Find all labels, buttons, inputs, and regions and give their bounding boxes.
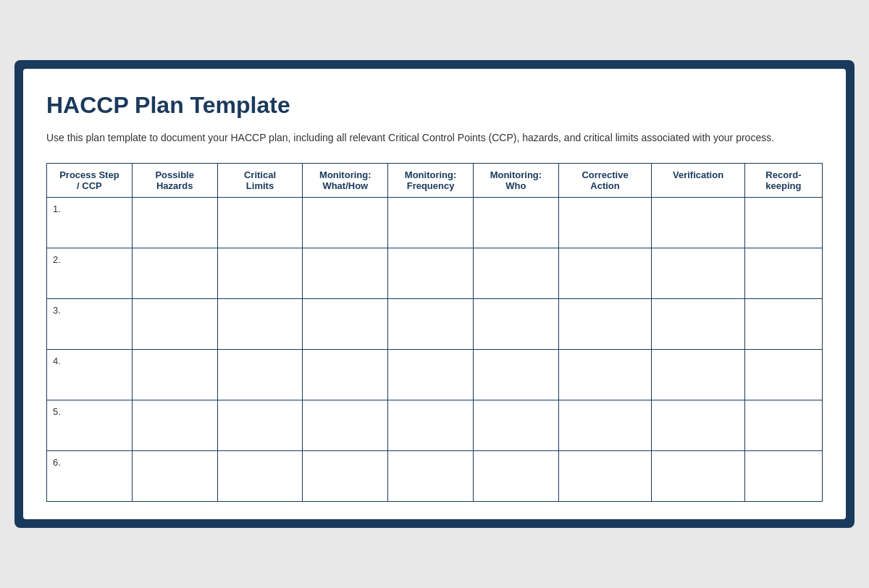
outer-container: HACCP Plan Template Use this plan templa… [14, 60, 855, 528]
table-cell-row4-col7[interactable] [558, 350, 652, 400]
table-cell-row6-col9[interactable] [744, 451, 822, 502]
table-cell-row4-col6[interactable] [473, 350, 558, 400]
table-cell-row3-col1[interactable]: 3. [47, 299, 133, 350]
table-cell-row6-col2[interactable] [132, 451, 217, 502]
table-cell-row1-col1[interactable]: 1. [47, 198, 133, 248]
table-cell-row2-col6[interactable] [473, 248, 558, 299]
col-header-hazards: Possible Hazards [132, 164, 217, 198]
col-header-record: Record- keeping [744, 164, 822, 198]
table-cell-row4-col4[interactable] [303, 350, 388, 400]
col-header-corrective: Corrective Action [558, 164, 652, 198]
inner-container: HACCP Plan Template Use this plan templa… [23, 69, 846, 519]
col-header-verification: Verification [652, 164, 745, 198]
table-cell-row6-col3[interactable] [217, 451, 303, 502]
haccp-table: Process Step / CCP Possible Hazards Crit… [46, 163, 823, 502]
table-cell-row4-col9[interactable] [744, 350, 822, 400]
table-cell-row2-col2[interactable] [132, 248, 217, 299]
table-row: 2. [47, 248, 823, 299]
col-header-what: Monitoring: What/How [303, 164, 388, 198]
table-cell-row6-col6[interactable] [473, 451, 558, 502]
page-title: HACCP Plan Template [46, 92, 823, 119]
table-cell-row1-col2[interactable] [132, 198, 217, 248]
table-cell-row6-col7[interactable] [558, 451, 652, 502]
table-cell-row3-col2[interactable] [132, 299, 217, 350]
table-row: 1. [47, 198, 823, 248]
table-cell-row5-col1[interactable]: 5. [47, 400, 133, 451]
table-cell-row1-col7[interactable] [558, 198, 652, 248]
table-cell-row2-col8[interactable] [652, 248, 745, 299]
table-cell-row4-col3[interactable] [217, 350, 303, 400]
table-cell-row6-col5[interactable] [388, 451, 474, 502]
col-header-who: Monitoring: Who [473, 164, 558, 198]
table-cell-row6-col4[interactable] [303, 451, 388, 502]
table-header-row: Process Step / CCP Possible Hazards Crit… [47, 164, 823, 198]
table-cell-row3-col6[interactable] [473, 299, 558, 350]
table-cell-row2-col5[interactable] [388, 248, 474, 299]
table-cell-row6-col8[interactable] [652, 451, 745, 502]
table-cell-row3-col3[interactable] [217, 299, 303, 350]
table-cell-row4-col5[interactable] [388, 350, 474, 400]
table-row: 4. [47, 350, 823, 400]
table-row: 6. [47, 451, 823, 502]
table-cell-row2-col1[interactable]: 2. [47, 248, 133, 299]
table-cell-row3-col4[interactable] [303, 299, 388, 350]
table-cell-row5-col2[interactable] [132, 400, 217, 451]
table-cell-row5-col5[interactable] [388, 400, 474, 451]
table-cell-row5-col3[interactable] [217, 400, 303, 451]
table-cell-row3-col7[interactable] [558, 299, 652, 350]
col-header-limits: Critical Limits [217, 164, 303, 198]
table-cell-row3-col5[interactable] [388, 299, 474, 350]
table-cell-row5-col6[interactable] [473, 400, 558, 451]
col-header-frequency: Monitoring: Frequency [388, 164, 474, 198]
table-cell-row2-col3[interactable] [217, 248, 303, 299]
table-cell-row5-col7[interactable] [558, 400, 652, 451]
col-header-process: Process Step / CCP [47, 164, 133, 198]
table-cell-row1-col5[interactable] [388, 198, 474, 248]
table-cell-row3-col8[interactable] [652, 299, 745, 350]
table-row: 5. [47, 400, 823, 451]
table-cell-row2-col4[interactable] [303, 248, 388, 299]
table-cell-row1-col4[interactable] [303, 198, 388, 248]
table-cell-row1-col6[interactable] [473, 198, 558, 248]
table-cell-row1-col9[interactable] [744, 198, 822, 248]
table-cell-row1-col3[interactable] [217, 198, 303, 248]
table-cell-row2-col7[interactable] [558, 248, 652, 299]
table-cell-row4-col1[interactable]: 4. [47, 350, 133, 400]
table-cell-row1-col8[interactable] [652, 198, 745, 248]
table-cell-row5-col8[interactable] [652, 400, 745, 451]
table-cell-row2-col9[interactable] [744, 248, 822, 299]
table-row: 3. [47, 299, 823, 350]
page-description: Use this plan template to document your … [46, 130, 823, 146]
table-cell-row3-col9[interactable] [744, 299, 822, 350]
table-cell-row5-col4[interactable] [303, 400, 388, 451]
table-cell-row6-col1[interactable]: 6. [47, 451, 133, 502]
table-cell-row4-col2[interactable] [132, 350, 217, 400]
table-cell-row4-col8[interactable] [652, 350, 745, 400]
table-cell-row5-col9[interactable] [744, 400, 822, 451]
